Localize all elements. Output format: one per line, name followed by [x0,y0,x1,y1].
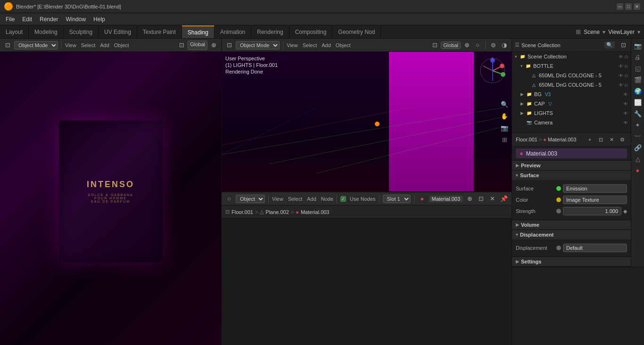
vp-select-btn[interactable]: Select [303,42,317,48]
settings-header[interactable]: ▶ Settings [512,257,631,266]
tab-animation[interactable]: Animation [215,25,251,38]
strip-modifier-icon[interactable]: 🔧 [633,108,643,119]
camera-icon[interactable]: 📷 [499,123,510,133]
active-material[interactable]: ● Material.003 [516,148,627,158]
tab-shading[interactable]: Shading [182,25,215,38]
strip-material-icon[interactable]: ● [633,165,643,175]
mat-new-icon[interactable]: ⊕ [465,194,474,204]
vp-object-btn[interactable]: Object [336,42,351,48]
menu-help[interactable]: Help [90,15,109,24]
outliner-camera[interactable]: ▶ 📷 Camera 👁 [512,118,631,127]
strip-physics-icon[interactable]: 〰 [633,131,643,141]
pan-icon[interactable]: ✋ [499,111,510,121]
surface-shader-name[interactable]: Emission [563,184,627,193]
menu-window[interactable]: Window [62,15,90,24]
surface-header[interactable]: ▾ Surface [512,171,631,180]
viewport-gizmo[interactable]: X Z Y [479,57,507,85]
mat-copy-icon[interactable]: ⊡ [476,194,486,204]
props-close-icon[interactable]: ✕ [607,135,616,144]
vp-mode-icon[interactable]: ⊡ [224,41,234,50]
material-name[interactable]: Material.003 [429,196,463,202]
tab-layout[interactable]: Layout [0,25,29,38]
render-mode-icon[interactable]: ⊡ [3,41,12,50]
strip-data-icon[interactable]: △ [633,154,643,164]
tab-modeling[interactable]: Modeling [29,25,64,38]
slot-select[interactable]: Slot 1 [383,195,411,203]
disp-header[interactable]: ▾ Displacement [512,230,631,239]
tab-rendering[interactable]: Rendering [251,25,289,38]
strip-scene-icon[interactable]: 🎬 [633,74,643,85]
strip-render-icon[interactable]: 📷 [633,41,643,51]
eye5[interactable]: 👁 [623,92,628,97]
pin-icon[interactable]: 📌 [499,194,509,204]
grid-icon[interactable]: ⊞ [499,134,510,145]
menu-file[interactable]: File [2,15,18,24]
transform-select[interactable]: Global [188,41,207,50]
tab-sculpting[interactable]: Sculpting [64,25,99,38]
vp-transform-select[interactable]: Global [441,41,461,49]
props-new-icon[interactable]: + [585,135,594,144]
menu-edit[interactable]: Edit [18,15,36,24]
snap-icon2[interactable]: ⊕ [462,41,471,50]
shader-view-btn[interactable]: View [272,196,283,202]
shading-icon[interactable]: ◑ [499,41,509,50]
snap-icon[interactable]: ⊕ [209,41,218,50]
eye7[interactable]: 👁 [623,111,628,116]
object-btn[interactable]: Object [114,42,129,48]
eye4[interactable]: 👁 [619,82,623,88]
strip-particles-icon[interactable]: ✦ [633,120,643,130]
cursor-icon[interactable]: ⊙ [624,54,628,59]
vp-view-btn[interactable]: View [287,42,298,48]
view-btn[interactable]: View [65,42,76,48]
strip-view-icon[interactable]: ◱ [633,63,643,74]
outliner-filter-icon[interactable]: ⊡ [619,41,628,50]
use-nodes-checkbox[interactable]: ✓ [340,196,346,202]
vp-add-btn[interactable]: Add [322,42,331,48]
shader-add-btn[interactable]: Add [307,196,316,202]
viewlayer-name[interactable]: ViewLayer [608,29,635,35]
menu-render[interactable]: Render [36,15,62,24]
vp-mode-select[interactable]: Object Mode [236,41,280,49]
outliner-bottle[interactable]: ▾ 📁 BOTTLE 👁 ⊙ [512,61,631,71]
shader-type-icon[interactable]: ○ [224,194,234,204]
render-mode-select[interactable]: Object Mode [14,41,58,49]
strip-object-icon[interactable]: ⬜ [633,97,643,107]
props-copy-icon[interactable]: ⊡ [596,135,605,144]
close-button[interactable]: ✕ [634,3,640,10]
shader-node-btn[interactable]: Node [321,196,333,202]
outliner-cap[interactable]: ▶ 📁 CAP ▽ 👁 [512,99,631,108]
select-btn[interactable]: Select [81,42,96,48]
proportional-icon[interactable]: ○ [473,41,482,50]
outliner-cologne2[interactable]: ▾ △ 650ML DnG COLOGNE - 5 👁 ⊙ [512,80,631,90]
transform-icon[interactable]: ⊡ [177,41,186,50]
eye6[interactable]: 👁 [623,101,628,107]
props-pin-icon[interactable]: ⚙ [618,135,627,144]
outliner-scene-collection[interactable]: ▾ 📁 Scene Collection 👁 ⊙ [512,52,631,61]
cursor4[interactable]: ⊙ [624,82,628,88]
tab-texture-paint[interactable]: Texture Paint [137,25,182,38]
extensions-icon[interactable]: ⊞ [576,28,581,35]
preview-header[interactable]: ▶ Preview [512,161,631,170]
tab-geometry-nodes[interactable]: Geometry Nod [332,25,381,38]
minimize-button[interactable]: — [617,3,623,10]
outliner-bg[interactable]: ▶ 📁 BG V3 👁 [512,90,631,99]
outliner-cologne1[interactable]: ▾ △ 650ML DnG COLOGNE - 5 👁 ⊙ [512,71,631,80]
shader-object-select[interactable]: Object [236,195,265,203]
strip-world-icon[interactable]: 🌍 [633,86,643,96]
cursor3[interactable]: ⊙ [624,73,628,78]
eye2[interactable]: 👁 [619,64,623,69]
disp-value[interactable]: Default [563,244,627,252]
mat-close-icon[interactable]: ✕ [487,194,497,204]
cursor2[interactable]: ⊙ [624,64,628,69]
3d-viewport[interactable]: User Perspective (1) LIGHTS | Floor.001 … [222,52,512,191]
volume-header[interactable]: ▶ Volume [512,220,631,230]
tab-compositing[interactable]: Compositing [289,25,333,38]
add-btn[interactable]: Add [100,42,109,48]
overlay-icon[interactable]: ⊚ [488,41,498,50]
eye8[interactable]: 👁 [623,120,628,125]
color-value[interactable]: Image Texture [563,196,627,204]
eye3[interactable]: 👁 [619,73,623,78]
transform-icon2[interactable]: ⊡ [430,41,439,50]
outliner-lights[interactable]: ▶ 📁 LIGHTS 👁 [512,108,631,118]
shader-select-btn[interactable]: Select [288,196,303,202]
